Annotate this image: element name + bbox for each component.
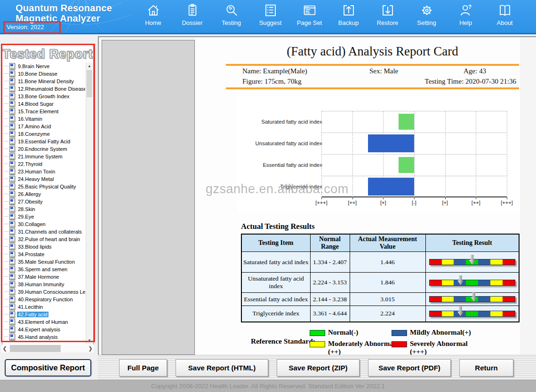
nav-item-backup[interactable]: Backup bbox=[329, 3, 368, 32]
list-item-label: 38.Human Immunity bbox=[17, 282, 65, 287]
vertical-scrollbar-thumb[interactable] bbox=[87, 70, 92, 97]
result-bar-segment bbox=[503, 311, 515, 316]
list-item[interactable]: 45.Hand analysis bbox=[4, 333, 85, 341]
chart-tick-label: [++] bbox=[348, 200, 357, 205]
scroll-right-arrow-icon[interactable]: ❯ bbox=[87, 345, 94, 353]
result-bar-segments bbox=[429, 280, 515, 286]
nav-item-dossier[interactable]: Dossier bbox=[173, 3, 212, 32]
list-item[interactable]: 37.Male Hormone bbox=[4, 273, 85, 281]
list-item[interactable]: 33.Blood lipids bbox=[4, 243, 85, 251]
list-item[interactable]: 36.Sperm and semen bbox=[4, 266, 85, 273]
nav-item-page-set[interactable]: Page Set bbox=[290, 3, 329, 32]
list-item[interactable]: 28.Skin bbox=[4, 205, 85, 213]
chart-tick-mark bbox=[507, 197, 507, 199]
list-item[interactable]: 16.Vitamin bbox=[4, 115, 85, 123]
save-report-zip-button[interactable]: Save Report (ZIP) bbox=[277, 359, 360, 376]
testing-icon bbox=[224, 3, 239, 18]
nav-label-home: Home bbox=[145, 19, 161, 26]
list-item-label: 17.Amino Acid bbox=[17, 124, 52, 129]
chart-gridline-v bbox=[414, 111, 415, 197]
cell-value: 1.446 bbox=[350, 252, 425, 273]
nav-item-suggest[interactable]: Suggest bbox=[251, 3, 290, 32]
list-item[interactable]: 26.Allergy bbox=[4, 190, 85, 198]
list-item[interactable]: 41.Lecithin bbox=[4, 303, 85, 311]
nav-item-about[interactable]: About bbox=[485, 3, 524, 32]
report-doc-icon bbox=[9, 243, 15, 250]
chart-tick-label: [+] bbox=[380, 200, 386, 205]
list-item[interactable]: 42.Fatty acid bbox=[4, 311, 85, 318]
chart-tick-label: [++] bbox=[472, 200, 480, 205]
list-item[interactable]: 24.Heavy Metal bbox=[4, 175, 85, 183]
result-bar bbox=[429, 311, 515, 317]
nav-item-help[interactable]: Help bbox=[446, 3, 485, 32]
result-bar-segment bbox=[442, 259, 454, 265]
cell-value: 1.846 bbox=[350, 273, 425, 293]
result-bar-segment bbox=[490, 297, 503, 302]
nav-item-setting[interactable]: Setting bbox=[407, 3, 446, 32]
list-item[interactable]: 40.Respiratory Function bbox=[4, 296, 85, 303]
result-bar-segment bbox=[454, 259, 466, 265]
list-item[interactable]: 29.Eye bbox=[4, 213, 85, 220]
result-bar-segment bbox=[430, 311, 442, 316]
result-bar bbox=[429, 280, 515, 286]
version-label: Version: 2022 bbox=[7, 24, 44, 31]
list-item[interactable]: 31.Channels and collaterals bbox=[4, 228, 85, 235]
home-icon bbox=[146, 3, 161, 18]
list-item[interactable]: 20.Endocrine System bbox=[4, 145, 85, 153]
nav-item-home[interactable]: Home bbox=[134, 3, 173, 32]
report-doc-icon bbox=[9, 228, 15, 235]
report-doc-icon bbox=[9, 176, 15, 182]
cell-range: 3.361 - 4.644 bbox=[310, 306, 350, 322]
list-item[interactable]: 35.Male Sexual Function bbox=[4, 258, 85, 266]
full-page-button[interactable]: Full Page bbox=[119, 359, 167, 376]
save-report-html-button[interactable]: Save Report (HTML) bbox=[176, 359, 268, 376]
list-item[interactable]: 12.Rheumatoid Bone Disease bbox=[4, 85, 85, 93]
report-doc-icon bbox=[9, 221, 15, 227]
nav-item-testing[interactable]: Testing bbox=[212, 3, 251, 32]
list-item[interactable]: 9.Brain Nerve bbox=[4, 63, 85, 70]
list-item[interactable]: 32.Pulse of heart and brain bbox=[4, 235, 85, 243]
list-item[interactable]: 14.Blood Sugar bbox=[4, 100, 85, 108]
list-item-label: 23.Human Toxin bbox=[17, 169, 56, 174]
list-item[interactable]: 21.Immune System bbox=[4, 153, 85, 160]
list-item[interactable]: 19.Essential Fatty Acid bbox=[4, 138, 85, 145]
list-item[interactable]: 15.Trace Element bbox=[4, 108, 85, 115]
nav-item-restore[interactable]: Restore bbox=[368, 3, 407, 32]
return-button[interactable]: Return bbox=[459, 359, 513, 376]
list-item[interactable]: 43.Element of Human bbox=[4, 318, 85, 326]
list-item[interactable]: 17.Amino Acid bbox=[4, 123, 85, 130]
list-item-label: 34.Prostate bbox=[17, 251, 45, 257]
list-item[interactable]: 25.Basic Physical Quality bbox=[4, 183, 85, 190]
compositive-report-button[interactable]: Compositive Report bbox=[5, 359, 91, 376]
list-item[interactable]: 44.Expert analysis bbox=[4, 326, 85, 333]
chart-tick-mark bbox=[383, 197, 384, 199]
scroll-down-arrow-icon[interactable]: ▼ bbox=[86, 337, 93, 344]
list-item[interactable]: 13.Bone Growth Index bbox=[4, 93, 85, 100]
list-item[interactable]: 38.Human Immunity bbox=[4, 281, 85, 288]
cell-item: Saturated fatty acid index bbox=[241, 252, 310, 273]
vertical-scrollbar[interactable]: ▲ ▼ bbox=[86, 63, 93, 344]
result-bar-segment bbox=[478, 280, 490, 285]
patient-figure: Figure: 175cm, 70kg bbox=[242, 78, 301, 86]
tree-connector bbox=[4, 298, 8, 299]
list-item[interactable]: 34.Prostate bbox=[4, 251, 85, 258]
list-item[interactable]: 27.Obesity bbox=[4, 198, 85, 205]
chart-tick-mark bbox=[414, 197, 415, 199]
list-item[interactable]: 11.Bone Mineral Density bbox=[4, 78, 85, 85]
list-item[interactable]: 39.Human Consciousness Lev bbox=[4, 288, 85, 296]
list-item[interactable]: 10.Bone Disease bbox=[4, 70, 85, 78]
scroll-left-arrow-icon[interactable]: ❮ bbox=[1, 345, 8, 353]
list-item-label: 39.Human Consciousness Lev bbox=[17, 289, 85, 295]
horizontal-scrollbar[interactable]: ❮ ❯ bbox=[1, 345, 94, 353]
list-item[interactable]: 22.Thyroid bbox=[4, 160, 85, 168]
scroll-up-arrow-icon[interactable]: ▲ bbox=[86, 63, 93, 70]
tree-connector bbox=[4, 223, 8, 224]
tree-connector bbox=[4, 72, 8, 74]
list-item[interactable]: 18.Coenzyme bbox=[4, 130, 85, 138]
report-doc-icon bbox=[9, 296, 15, 303]
list-item[interactable]: 23.Human Toxin bbox=[4, 168, 85, 175]
list-item[interactable]: 30.Collagen bbox=[4, 220, 85, 228]
horizontal-scrollbar-thumb[interactable] bbox=[10, 345, 61, 352]
result-bar-segment bbox=[454, 297, 466, 302]
save-report-pdf-button[interactable]: Save Report (PDF) bbox=[368, 359, 451, 376]
